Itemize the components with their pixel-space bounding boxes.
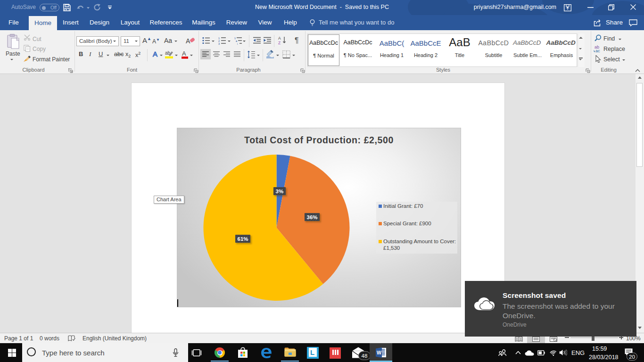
svg-text:Z: Z: [278, 41, 281, 45]
svg-text:i: i: [237, 42, 238, 45]
svg-text:A: A: [182, 50, 186, 57]
svg-text:3: 3: [218, 42, 220, 45]
svg-text:W: W: [377, 350, 381, 355]
svg-text:A: A: [186, 37, 190, 45]
svg-text:ac: ac: [595, 49, 600, 53]
svg-text:A: A: [278, 36, 281, 41]
